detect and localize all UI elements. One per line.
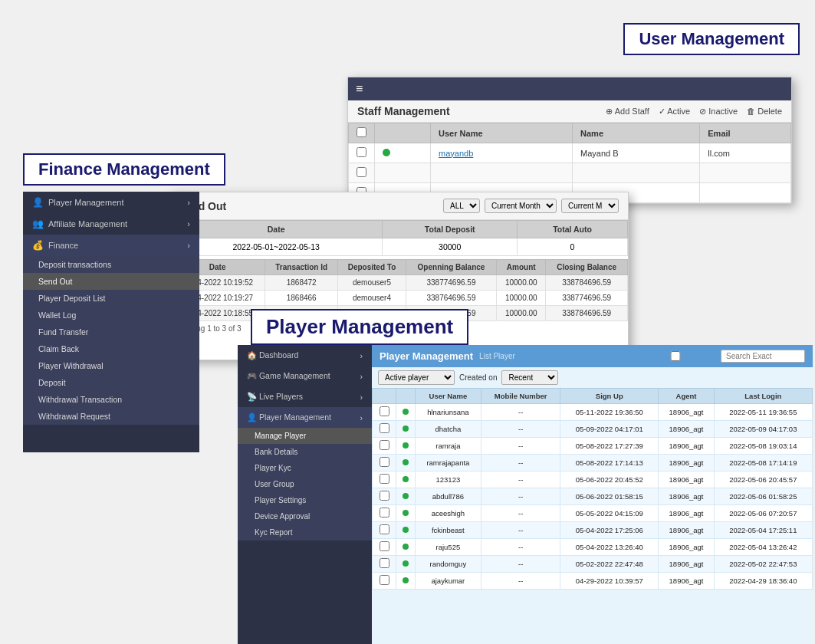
filter-select-current[interactable]: Current M [561,199,619,213]
pm-filters: Active player Created on Recent [372,367,813,388]
name-header: Name [573,123,700,143]
sidebar-item-finance[interactable]: 💰Finance [23,235,199,256]
table-row: aceeshigh -- 05-05-2022 04:15:09 18906_a… [373,505,813,522]
table-row: ajaykumar -- 04-29-2022 10:39:57 18906_a… [373,573,813,590]
dt-amount: 10000.00 [497,306,546,321]
dt-open-bal: 338764696.59 [406,291,496,306]
psb-sub-bank-details[interactable]: Bank Details [238,444,372,460]
sidebar-item-affiliate-mgmt[interactable]: 👥Affiliate Management [23,213,199,235]
chevron-icon [360,413,363,422]
hamburger-icon[interactable]: ≡ [356,82,363,96]
sidebar-label: Player Management [48,198,123,207]
sendout-header: Send Out ALL Current Month Current M [169,192,628,220]
sendout-summary-table: Date Total Deposit Total Auto 2022-05-01… [169,220,628,256]
player-signup: 04-29-2022 10:39:57 [560,573,659,590]
live-icon: 📡 [247,392,259,401]
row-checkbox[interactable] [357,147,366,157]
player-mobile: -- [481,556,560,573]
player-last-login: 2022-05-06 01:58:25 [714,488,812,505]
pm-subtitle: List Player [479,352,515,360]
sidebar-sub-player-withdrawal[interactable]: Player Withdrawal [23,357,199,374]
player-agent: 18906_agt [659,421,714,438]
staff-name: Mayand B [573,143,700,163]
psb-sub-player-kyc[interactable]: Player Kyc [238,460,372,476]
sidebar-sub-deposit-tx[interactable]: Deposit transactions [23,256,199,273]
inactive-btn[interactable]: ⊘ Inactive [699,107,738,117]
psb-item-player-mgmt[interactable]: 👤 Player Management [238,407,372,428]
filter-select-month[interactable]: Current Month [485,199,557,213]
player-signup: 05-04-2022 17:25:06 [560,522,659,539]
row-checkbox[interactable] [380,423,389,433]
sidebar-sub-send-out[interactable]: Send Out [23,273,199,290]
player-main-area: Player Management List Player Active pla… [372,345,813,644]
player-last-login: 2022-05-08 17:14:19 [714,455,812,472]
row-checkbox[interactable] [380,558,389,568]
dt-txid: 1868472 [265,275,338,291]
player-agent: 18906_agt [659,455,714,472]
game-icon: 🎮 [247,371,259,380]
player-signup: 05-05-2022 04:15:09 [560,505,659,522]
player-signup: 05-09-2022 04:17:01 [560,421,659,438]
sidebar-sub-withdrawal-req[interactable]: Withdrawal Request [23,408,199,425]
sidebar-item-player-mgmt[interactable]: 👤Player Management [23,192,199,213]
row-checkbox[interactable] [380,575,389,585]
player-agent: 18906_agt [659,472,714,488]
sidebar-sub-fund-transfer[interactable]: Fund Transfer [23,324,199,340]
sort-filter[interactable]: Recent [501,370,558,385]
psb-item-live-players[interactable]: 📡 Live Players [238,386,372,407]
sidebar-label: Affiliate Management [48,219,127,228]
sidebar-sub-deposit[interactable]: Deposit [23,374,199,391]
row-checkbox[interactable] [357,167,366,177]
summary-date: 2022-05-01~2022-05-13 [170,238,383,256]
search-exact-checkbox[interactable] [633,351,718,361]
psb-item-game-mgmt[interactable]: 🎮 Game Management [238,366,372,386]
psb-sub-manage-player[interactable]: Manage Player [238,428,372,444]
staff-username[interactable]: mayandb [431,143,573,163]
row-checkbox[interactable] [380,541,389,551]
psb-sub-player-settings[interactable]: Player Settings [238,492,372,508]
staff-name [573,163,700,183]
dt-close-bal: 338784696.59 [546,275,628,291]
sidebar-sub-wallet-log[interactable]: Wallet Log [23,307,199,324]
th-username: User Name [415,389,481,404]
sidebar-sub-withdrawal-tx[interactable]: Withdrawal Transaction [23,391,199,408]
sidebar-sub-claim-back[interactable]: Claim Back [23,340,199,357]
row-checkbox[interactable] [380,524,389,534]
finance-sidebar: 👤Player Management 👥Affiliate Management… [23,192,199,452]
psb-item-dashboard[interactable]: 🏠 Dashboard [238,345,372,366]
filter-select-all[interactable]: ALL [443,199,480,213]
row-checkbox[interactable] [380,440,389,450]
row-checkbox[interactable] [380,508,389,518]
row-checkbox[interactable] [380,491,389,501]
add-staff-btn[interactable]: ⊕ Add Staff [606,107,649,117]
player-signup: 05-04-2022 13:26:40 [560,539,659,556]
delete-btn[interactable]: 🗑 Delete [747,107,782,116]
player-status-filter[interactable]: Active player [378,370,455,385]
psb-sub-user-group[interactable]: User Group [238,476,372,492]
row-checkbox[interactable] [380,474,389,484]
active-status-icon [383,149,390,156]
psb-sub-kyc-report[interactable]: Kyc Report [238,524,372,540]
player-signup: 05-02-2022 22:47:48 [560,556,659,573]
player-status-icon [403,560,409,567]
psb-sub-device-approval[interactable]: Device Approval [238,508,372,524]
affiliate-icon: 👥 [32,219,44,229]
dt-open-bal: 338774696.59 [406,275,496,291]
finance-icon: 💰 [32,240,44,251]
um-topbar: ≡ [348,77,791,100]
active-btn[interactable]: ✓ Active [659,107,690,117]
table-row: ramraja -- 05-08-2022 17:27:39 18906_agt… [373,438,813,455]
player-username: dhatcha [415,421,481,438]
table-row [349,163,791,183]
select-all-checkbox[interactable] [357,127,366,137]
select-all-header[interactable] [349,123,375,143]
row-checkbox[interactable] [380,406,389,416]
table-row: hlnariunsana -- 05-11-2022 19:36:50 1890… [373,404,813,421]
sidebar-sub-player-deposit[interactable]: Player Deposit List [23,290,199,307]
row-checkbox[interactable] [380,457,389,467]
pm-header: Player Management List Player [372,345,813,367]
table-row: mayandb Mayand B ll.com [349,143,791,163]
dt-open-bal-header: Openning Balance [406,260,496,275]
search-input[interactable] [721,350,805,363]
dt-txid: 1868466 [265,291,338,306]
